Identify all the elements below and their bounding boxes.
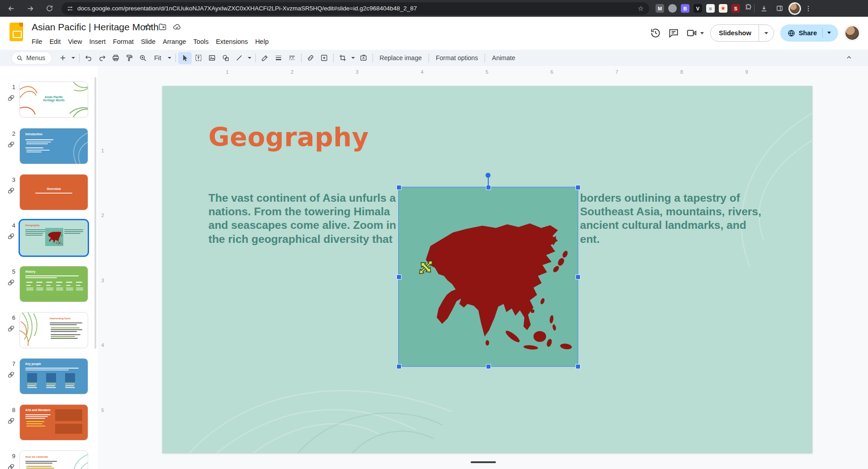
- menu-insert[interactable]: Insert: [86, 37, 109, 47]
- star-extension-icon[interactable]: ★: [719, 4, 727, 13]
- slide-canvas[interactable]: Geography The vast continent of Asia unf…: [162, 86, 812, 453]
- border-weight-button[interactable]: [272, 52, 285, 64]
- menu-format[interactable]: Format: [109, 37, 137, 47]
- body-text-right[interactable]: borders outlining a tapestry of: [580, 192, 740, 204]
- slide-thumbnail-4[interactable]: Geography: [20, 220, 88, 256]
- body-text-right[interactable]: ent.: [580, 233, 600, 246]
- zoom-select[interactable]: Fit: [150, 54, 166, 62]
- zoom-button[interactable]: [136, 52, 150, 64]
- crop-image-button[interactable]: [336, 52, 349, 64]
- reset-image-button[interactable]: [357, 52, 370, 64]
- selection-handle[interactable]: [576, 364, 580, 369]
- body-text-left[interactable]: The vast continent of Asia unfurls a: [208, 192, 396, 204]
- grayscale-extension-icon[interactable]: [668, 4, 677, 13]
- forward-icon[interactable]: [23, 2, 38, 15]
- menu-view[interactable]: View: [64, 37, 85, 47]
- slide-thumbnail-7[interactable]: Key people: [20, 359, 88, 394]
- border-color-button[interactable]: [258, 52, 272, 64]
- slide-thumbnail-6[interactable]: Interesting facts: [20, 313, 88, 348]
- b-extension-icon[interactable]: B: [681, 4, 689, 13]
- rotation-handle[interactable]: [486, 173, 491, 178]
- insert-shape-button[interactable]: [219, 52, 232, 64]
- redo-button[interactable]: [95, 52, 109, 64]
- dark-extension-icon[interactable]: V: [693, 4, 702, 13]
- new-slide-dropdown-icon[interactable]: [71, 57, 75, 59]
- browser-profile-avatar[interactable]: [789, 3, 801, 14]
- add-comment-button[interactable]: [317, 52, 331, 64]
- text-box-button[interactable]: [192, 52, 205, 64]
- menu-help[interactable]: Help: [251, 37, 272, 47]
- body-text-right[interactable]: Southeast Asia, mountains, rivers,: [580, 205, 761, 218]
- slide-thumbnail-1[interactable]: Asian Pacific Heritage Month: [20, 82, 88, 117]
- insert-link-button[interactable]: [304, 52, 317, 64]
- google-slides-logo-icon[interactable]: [9, 23, 23, 41]
- slideshow-dropdown-icon[interactable]: [759, 25, 774, 41]
- selection-handle[interactable]: [486, 364, 491, 369]
- replace-image-button[interactable]: Replace image: [375, 54, 426, 62]
- call-dropdown-icon[interactable]: [700, 32, 704, 34]
- doc-extension-icon[interactable]: ≡: [706, 4, 715, 13]
- s-red-extension-icon[interactable]: S: [731, 4, 740, 13]
- menu-extensions[interactable]: Extensions: [212, 37, 251, 47]
- side-panel-icon[interactable]: [772, 2, 787, 15]
- gmail-extension-icon[interactable]: M: [656, 4, 664, 13]
- slide-title[interactable]: Geography: [208, 122, 369, 152]
- address-bar[interactable]: docs.google.com/presentation/d/1nCiUukoN…: [61, 2, 649, 15]
- insert-line-button[interactable]: [232, 52, 246, 64]
- join-call-icon[interactable]: [686, 27, 698, 39]
- animate-button[interactable]: Animate: [487, 54, 519, 62]
- body-text-left[interactable]: and seascapes come alive. Zoom in: [208, 219, 396, 232]
- slide-thumbnail-9[interactable]: How we celebrate: [20, 451, 88, 469]
- border-dash-button[interactable]: [285, 52, 299, 64]
- comments-icon[interactable]: [668, 27, 679, 39]
- selection-handle[interactable]: [576, 275, 580, 280]
- body-text-right[interactable]: ancient cultural landmarks, and: [580, 219, 746, 232]
- zoom-dropdown-icon[interactable]: [168, 57, 171, 59]
- site-settings-icon[interactable]: [67, 5, 73, 12]
- slide-thumbnail-5[interactable]: History: [20, 266, 88, 302]
- selection-handle[interactable]: [396, 364, 401, 369]
- slideshow-button[interactable]: Slideshow: [710, 24, 774, 42]
- extensions-puzzle-icon[interactable]: [744, 4, 752, 14]
- menu-arrange[interactable]: Arrange: [159, 37, 190, 47]
- mask-dropdown-icon[interactable]: [351, 57, 355, 59]
- selection-handle[interactable]: [396, 275, 401, 280]
- menu-tools[interactable]: Tools: [190, 37, 212, 47]
- menus-search-button[interactable]: Menus: [12, 52, 52, 64]
- new-slide-button[interactable]: [56, 52, 70, 64]
- menu-edit[interactable]: Edit: [46, 37, 64, 47]
- share-button[interactable]: Share: [780, 24, 838, 42]
- line-dropdown-icon[interactable]: [248, 57, 251, 59]
- format-options-button[interactable]: Format options: [431, 54, 482, 62]
- downloads-icon[interactable]: [756, 2, 772, 15]
- menu-slide[interactable]: Slide: [137, 37, 159, 47]
- menu-file[interactable]: File: [28, 37, 46, 47]
- filmstrip-scrollbar[interactable]: [94, 77, 96, 349]
- account-avatar[interactable]: [844, 25, 860, 41]
- speaker-notes-handle[interactable]: [471, 461, 496, 463]
- slide-thumbnail-8[interactable]: Arts and literature: [20, 405, 88, 440]
- cloud-saved-icon[interactable]: [173, 23, 181, 31]
- print-button[interactable]: [109, 52, 123, 64]
- slide-thumbnail-3[interactable]: Overview: [20, 175, 88, 210]
- share-dropdown-icon[interactable]: [822, 28, 835, 38]
- slide-link-icon: [7, 94, 16, 103]
- hide-menus-icon[interactable]: [845, 54, 853, 62]
- paint-format-button[interactable]: [123, 52, 136, 64]
- body-text-left[interactable]: nations. From the towering Himala: [208, 205, 390, 218]
- selection-handle[interactable]: [576, 185, 580, 190]
- star-document-icon[interactable]: [144, 23, 152, 31]
- insert-image-button[interactable]: [205, 52, 219, 64]
- body-text-left[interactable]: the rich geographical diversity that: [208, 233, 392, 246]
- back-icon[interactable]: [4, 2, 19, 15]
- slide-thumbnail-2[interactable]: Introduction: [20, 128, 88, 164]
- reload-icon[interactable]: [42, 2, 57, 15]
- browser-menu-icon[interactable]: [801, 2, 816, 15]
- bookmark-star-icon[interactable]: ☆: [638, 5, 644, 13]
- selection-handle[interactable]: [396, 185, 401, 190]
- version-history-icon[interactable]: [650, 27, 661, 39]
- move-folder-icon[interactable]: [158, 23, 167, 31]
- undo-button[interactable]: [82, 52, 95, 64]
- select-tool-button[interactable]: [178, 52, 192, 64]
- document-title[interactable]: Asian Pacific | Heritage Month: [32, 22, 159, 33]
